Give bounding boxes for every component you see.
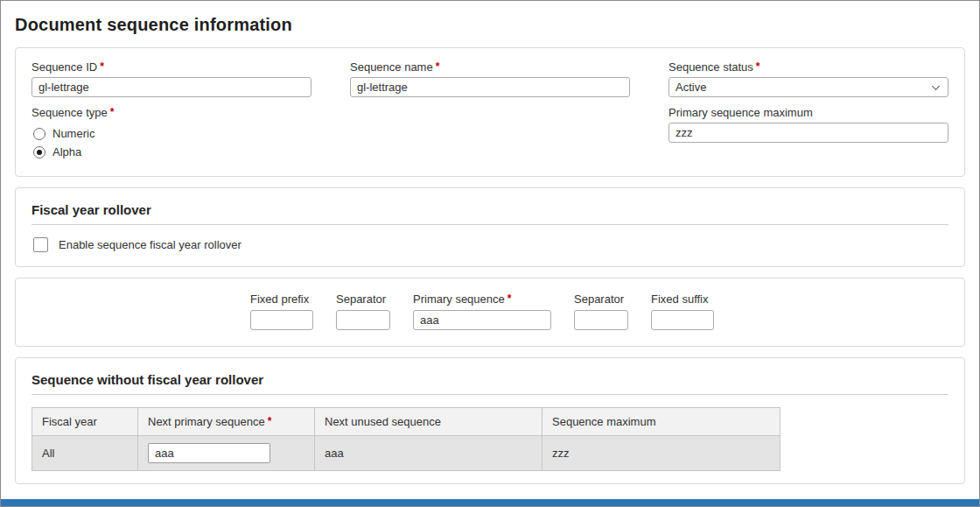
radio-icon <box>33 128 46 140</box>
radio-icon <box>33 146 46 158</box>
bottom-accent-bar <box>1 499 979 506</box>
general-info-card: Sequence ID* Sequence name* Sequence sta… <box>15 47 965 177</box>
enable-rollover-checkbox[interactable]: Enable sequence fiscal year rollover <box>33 237 948 252</box>
radio-numeric[interactable]: Numeric <box>33 127 312 140</box>
sequence-status-value: Active <box>676 81 706 94</box>
enable-rollover-label: Enable sequence fiscal year rollover <box>59 238 242 251</box>
checkbox-icon <box>33 237 48 252</box>
separator-1-input[interactable] <box>336 310 390 330</box>
primary-sequence-input[interactable] <box>413 310 551 330</box>
separator-1-label: Separator <box>336 292 390 306</box>
format-fields-row: Fixed prefix Separator Primary sequence*… <box>32 291 948 334</box>
required-asterisk: * <box>110 106 115 118</box>
table-header-row: Fiscal year Next primary sequence* Next … <box>32 408 780 436</box>
sequence-without-rollover-card: Sequence without fiscal year rollover Fi… <box>15 357 965 484</box>
field-sequence-status: Sequence status* Active <box>668 60 948 97</box>
field-sequence-type: Sequence type* Numeric Alpha <box>32 106 312 164</box>
field-separator-1: Separator <box>336 292 390 330</box>
grid-spacer <box>350 106 630 164</box>
radio-alpha[interactable]: Alpha <box>33 145 312 158</box>
sequence-type-radio-group: Numeric Alpha <box>32 124 312 164</box>
sequence-name-input[interactable] <box>350 77 630 97</box>
required-asterisk: * <box>100 60 104 73</box>
cell-fiscal-year: All <box>32 436 138 471</box>
section-divider <box>32 394 948 395</box>
sequence-status-label: Sequence status* <box>668 60 948 74</box>
required-asterisk: * <box>268 415 272 427</box>
fiscal-rollover-card: Fiscal year rollover Enable sequence fis… <box>15 187 965 267</box>
general-info-grid: Sequence ID* Sequence name* Sequence sta… <box>32 60 948 164</box>
col-next-primary-sequence: Next primary sequence* <box>138 408 315 436</box>
sequence-format-card: Fixed prefix Separator Primary sequence*… <box>15 278 965 347</box>
field-sequence-name: Sequence name* <box>350 60 630 97</box>
fixed-suffix-input[interactable] <box>651 310 714 330</box>
required-asterisk: * <box>508 292 512 305</box>
sequence-id-label: Sequence ID* <box>32 60 312 74</box>
fixed-prefix-label: Fixed prefix <box>250 292 313 306</box>
next-primary-sequence-input[interactable] <box>148 443 270 463</box>
field-sequence-id: Sequence ID* <box>32 60 312 97</box>
table-row: All aaa zzz <box>32 436 780 471</box>
primary-sequence-maximum-label: Primary sequence maximum <box>668 106 948 119</box>
primary-sequence-label: Primary sequence* <box>413 292 551 306</box>
field-fixed-suffix: Fixed suffix <box>651 292 714 330</box>
required-asterisk: * <box>756 60 760 73</box>
separator-2-input[interactable] <box>574 310 628 330</box>
col-next-unused-sequence: Next unused sequence <box>315 408 542 436</box>
col-sequence-maximum: Sequence maximum <box>542 408 780 436</box>
section-divider <box>32 224 948 225</box>
sequence-id-input[interactable] <box>32 77 312 97</box>
fiscal-rollover-heading: Fiscal year rollover <box>32 202 948 217</box>
separator-2-label: Separator <box>574 292 628 306</box>
cell-next-unused-sequence: aaa <box>315 436 542 471</box>
required-asterisk: * <box>436 60 440 73</box>
col-fiscal-year: Fiscal year <box>32 408 138 436</box>
primary-sequence-maximum-input[interactable] <box>668 123 948 143</box>
fixed-prefix-input[interactable] <box>250 310 313 330</box>
radio-alpha-label: Alpha <box>52 145 81 158</box>
page-title: Document sequence information <box>15 15 965 35</box>
cell-sequence-maximum: zzz <box>542 436 780 471</box>
sequence-status-select[interactable]: Active <box>668 77 948 97</box>
cell-next-primary-sequence <box>138 436 315 471</box>
field-separator-2: Separator <box>574 292 628 330</box>
sequence-without-rollover-heading: Sequence without fiscal year rollover <box>32 372 948 387</box>
sequence-table: Fiscal year Next primary sequence* Next … <box>32 407 780 471</box>
sequence-type-label: Sequence type* <box>32 106 312 119</box>
fixed-suffix-label: Fixed suffix <box>651 292 714 306</box>
document-sequence-page: Document sequence information Sequence I… <box>0 0 980 507</box>
radio-numeric-label: Numeric <box>52 127 94 140</box>
sequence-name-label: Sequence name* <box>350 60 630 74</box>
field-primary-sequence: Primary sequence* <box>413 292 551 330</box>
chevron-down-icon <box>932 82 940 90</box>
field-fixed-prefix: Fixed prefix <box>250 292 313 330</box>
field-primary-sequence-maximum: Primary sequence maximum <box>668 106 948 164</box>
